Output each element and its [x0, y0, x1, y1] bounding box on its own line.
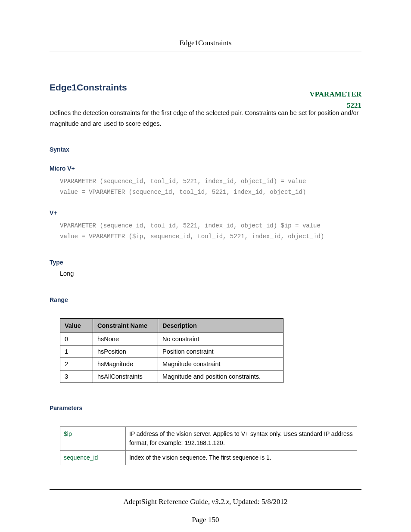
cell-name: hsAllConstraints: [93, 370, 158, 383]
code-line: value = VPARAMETER (sequence_id, tool_id…: [60, 187, 361, 198]
page: Edge1Constraints Edge1Constraints VPARAM…: [0, 0, 411, 532]
cell-value: 1: [60, 345, 93, 358]
title-row: Edge1Constraints VPARAMETER 5221: [50, 82, 361, 93]
table-row: 2 hsMagnitude Magnitude constraint: [60, 358, 283, 370]
footer: AdeptSight Reference Guide, v3.2.x, Upda…: [50, 489, 361, 506]
cell-desc: No constraint: [158, 333, 283, 345]
range-heading: Range: [50, 296, 361, 303]
code-micro: VPARAMETER (sequence_id, tool_id, 5221, …: [60, 176, 361, 197]
parameters-heading: Parameters: [50, 404, 361, 411]
range-table: Value Constraint Name Description 0 hsNo…: [60, 318, 283, 383]
table-header-row: Value Constraint Name Description: [60, 319, 283, 333]
code-line: VPARAMETER (sequence_id, tool_id, 5221, …: [60, 176, 361, 187]
table-row: $ip IP address of the vision server. App…: [60, 427, 357, 451]
footer-updated: , Updated: 5/8/2012: [229, 498, 288, 506]
type-heading: Type: [50, 259, 361, 266]
col-header-name: Constraint Name: [93, 319, 158, 333]
param-desc: Index of the vision sequence. The first …: [126, 451, 357, 465]
cell-name: hsPosition: [93, 345, 158, 358]
table-row: 1 hsPosition Position constraint: [60, 345, 283, 358]
table-row: sequence_id Index of the vision sequence…: [60, 451, 357, 465]
description-text: Defines the detection constraints for th…: [50, 108, 361, 129]
vparameter-number: 5221: [347, 101, 361, 109]
param-desc: IP address of the vision server. Applies…: [126, 427, 357, 451]
cell-value: 0: [60, 333, 93, 345]
table-row: 3 hsAllConstraints Magnitude and positio…: [60, 370, 283, 383]
syntax-heading: Syntax: [50, 146, 361, 153]
running-header: Edge1Constraints: [50, 39, 361, 52]
vparameter-label: VPARAMETER: [309, 90, 361, 98]
vplus-heading: V+: [50, 209, 361, 216]
footer-version: , v3.2.x: [208, 498, 229, 506]
table-row: 0 hsNone No constraint: [60, 333, 283, 345]
parameters-table: $ip IP address of the vision server. App…: [60, 426, 357, 465]
cell-name: hsNone: [93, 333, 158, 345]
code-line: value = VPARAMETER ($ip, sequence_id, to…: [60, 231, 361, 242]
code-vplus: VPARAMETER (sequence_id, tool_id, 5221, …: [60, 221, 361, 242]
col-header-desc: Description: [158, 319, 283, 333]
cell-value: 2: [60, 358, 93, 370]
type-value: Long: [60, 270, 361, 277]
cell-desc: Position constraint: [158, 345, 283, 358]
cell-desc: Magnitude constraint: [158, 358, 283, 370]
cell-name: hsMagnitude: [93, 358, 158, 370]
param-name: $ip: [60, 427, 126, 451]
vparameter-badge: VPARAMETER 5221: [309, 89, 361, 111]
micro-vplus-heading: Micro V+: [50, 165, 361, 172]
footer-guide: AdeptSight Reference Guide: [124, 498, 208, 506]
col-header-value: Value: [60, 319, 93, 333]
param-name: sequence_id: [60, 451, 126, 465]
page-number: Page 150: [0, 516, 411, 524]
code-line: VPARAMETER (sequence_id, tool_id, 5221, …: [60, 221, 361, 231]
cell-desc: Magnitude and position constraints.: [158, 370, 283, 383]
cell-value: 3: [60, 370, 93, 383]
